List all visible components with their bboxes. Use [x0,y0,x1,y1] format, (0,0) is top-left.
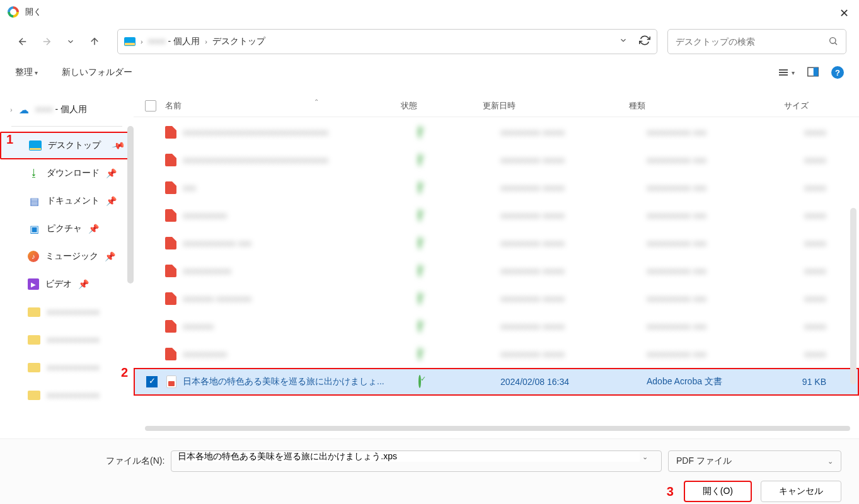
pdf-icon [165,126,176,139]
file-row[interactable]: xxxxxxxxxxxxxxxxxxx xxxxxxxxxxxxxxx xxxx… [134,340,859,368]
toolbar: 整理 新しいフォルダー ▾ ? [0,59,859,86]
address-dropdown-icon[interactable] [619,36,628,47]
help-icon[interactable]: ? [831,66,844,79]
sidebar-item-folder[interactable]: xxxxxxxxxxxx [0,381,134,409]
sidebar-item-music[interactable]: ♪ ミュージック 📌 [0,243,134,270]
sidebar-scrollbar[interactable] [127,126,134,284]
pin-icon[interactable]: 📌 [106,168,117,178]
filename-label: ファイル名(N): [106,455,164,467]
cancel-button[interactable]: キャンセル [761,481,841,502]
folder-icon [28,307,40,317]
close-icon[interactable]: ✕ [839,6,849,20]
new-folder-button[interactable]: 新しいフォルダー [62,67,132,78]
view-menu[interactable]: ▾ [779,69,795,76]
filename-input[interactable] [178,452,640,462]
sidebar-item-downloads[interactable]: ⭳ ダウンロード 📌 [0,159,134,187]
filetype-dropdown[interactable]: PDF ファイル ⌄ [668,450,841,472]
main-area: › ☁ xxxx - 個人用 1 デスクトップ 📌 ⭳ ダウンロード 📌 ▤ ド… [0,94,859,435]
file-row[interactable]: xxxxxxxxxxxxxxxxxxxx xxxxxxxxxxxxxxx xxx… [134,257,859,285]
column-type[interactable]: 種類 [629,100,752,112]
pdf-icon [165,292,176,305]
file-row-selected[interactable]: 日本各地の特色ある美味を巡る旅に出かけましょ... 2024/02/08 16:… [134,368,859,396]
column-state[interactable]: 状態 [401,100,483,112]
filetype-label: PDF ファイル [676,455,732,467]
crumb-sep-icon: › [141,38,143,45]
tree-label: xxxx - 個人用 [35,104,87,115]
sidebar-item-folder[interactable]: xxxxxxxxxxxx [0,298,134,326]
up-button[interactable] [84,32,105,52]
pin-icon[interactable]: 📌 [78,279,89,289]
back-button[interactable] [13,32,33,52]
file-row[interactable]: xxxxxxxxxxxx xxxxxxxxxxxxxxx xxxxxxxx [134,174,859,202]
pin-icon[interactable]: 📌 [111,139,125,152]
file-type: Adobe Acroba 文書 [647,376,770,387]
refresh-icon[interactable] [639,35,650,49]
vertical-scrollbar[interactable] [850,208,856,384]
file-name: 日本各地の特色ある美味を巡る旅に出かけましょ... [183,376,418,387]
svg-rect-2 [814,67,819,76]
svg-point-0 [830,37,836,43]
sidebar-item-label: ダウンロード [47,168,100,179]
file-row[interactable]: xxxxxxxxxxxxxxxxxxxxxxxxxxxxxxxxxxxxxxxx… [134,146,859,174]
column-headers: 名前⌃ 状態 更新日時 種類 サイズ [134,94,859,117]
filename-field[interactable]: ⌄ [171,450,662,472]
column-name[interactable]: 名前⌃ [165,100,401,112]
column-size[interactable]: サイズ [752,100,821,112]
sidebar-item-folder[interactable]: xxxxxxxxxxxx [0,353,134,381]
file-rows: xxxxxxxxxxxxxxxxxxxxxxxxxxxxxxxxxxxxxxxx… [134,117,859,396]
breadcrumb-desktop[interactable]: デスクトップ [212,36,265,47]
folder-icon [28,335,40,345]
folder-icon [28,363,40,372]
sidebar-item-videos[interactable]: ▶ ビデオ 📌 [0,270,134,298]
address-bar[interactable]: › xxxx - 個人用 › デスクトップ [117,29,657,54]
search-icon[interactable] [828,36,838,48]
sidebar-item-folder[interactable]: xxxxxxxxxxxx [0,326,134,353]
file-checkbox[interactable] [146,376,158,387]
forward-button[interactable] [37,32,57,52]
preview-pane-toggle[interactable] [807,67,819,79]
select-all-checkbox[interactable] [145,100,156,112]
sidebar-item-label: ピクチャ [47,223,82,234]
horizontal-scrollbar[interactable] [145,426,850,431]
pdf-icon [165,237,176,249]
file-row[interactable]: xxxxxxxxxxxxxxxxxxx xxxxxxxxxxxxxxx xxxx… [134,202,859,229]
titlebar: 開く ✕ [0,0,859,24]
organize-menu[interactable]: 整理 [15,67,38,78]
app-icon [8,6,19,18]
open-button[interactable]: 開く(O) [684,481,752,502]
document-icon: ▤ [28,195,40,207]
sidebar-item-pictures[interactable]: ▣ ピクチャ 📌 [0,215,134,243]
file-list: 名前⌃ 状態 更新日時 種類 サイズ xxxxxxxxxxxxxxxxxxxxx… [134,94,859,435]
pdf-icon [165,181,176,194]
nav-row: › xxxx - 個人用 › デスクトップ [0,24,859,59]
sidebar-item-desktop[interactable]: デスクトップ 📌 [0,132,134,159]
download-icon: ⭳ [28,168,40,179]
pdf-icon [165,265,176,277]
sync-status-icon [418,264,421,277]
file-row[interactable]: xxxxxxxxxxxxxxxx xxxxxxxxxxxxxxx xxxxxxx… [134,312,859,340]
pc-icon [124,37,135,46]
pdf-icon [165,209,176,222]
chevron-down-icon: ⌄ [827,457,833,466]
filename-dropdown-icon[interactable]: ⌄ [642,453,648,461]
bottom-panel: ファイル名(N): ⌄ PDF ファイル ⌄ 3 開く(O) キャンセル [0,438,859,504]
pin-icon[interactable]: 📌 [88,224,99,234]
file-row[interactable]: xxxxxxxxxxxx xxxxxxxxxxxx xxxxxxxxxxxxxx… [134,229,859,257]
sync-status-icon [418,347,421,360]
crumb-sep-icon: › [205,38,207,45]
tree-onedrive[interactable]: › ☁ xxxx - 個人用 [0,98,134,121]
pin-icon[interactable]: 📌 [106,196,117,206]
pdf-icon [165,320,176,333]
search-box[interactable] [667,29,846,54]
recent-dropdown[interactable] [61,32,81,52]
file-row[interactable]: xxxxxxxxxxxxxxxxxxxxxxxxxxxxxxxxxxxxxxxx… [134,118,859,146]
sync-status-icon [418,319,421,333]
callout-3: 3 [667,484,674,499]
search-input[interactable] [676,37,828,47]
file-size: 91 KB [770,377,839,387]
pin-icon[interactable]: 📌 [105,251,115,261]
sidebar-item-documents[interactable]: ▤ ドキュメント 📌 [0,187,134,215]
breadcrumb-user[interactable]: xxxx - 個人用 [148,36,200,47]
column-date[interactable]: 更新日時 [483,100,629,112]
file-row[interactable]: xxxxxxx xxxxxxxxxxxxxxxxx xxxxxxxxxxxxxx… [134,285,859,312]
